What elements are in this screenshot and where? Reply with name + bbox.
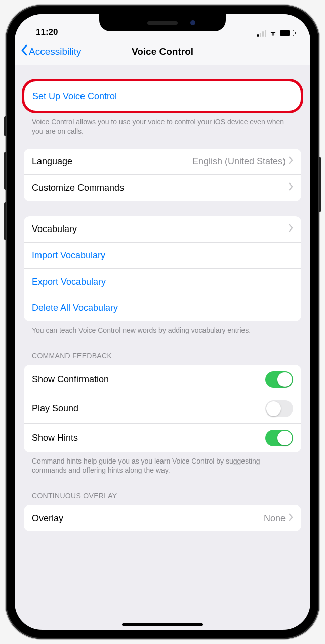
command-feedback-header: Command Feedback [15,340,310,365]
mute-switch [4,116,6,136]
import-vocabulary-label: Import Vocabulary [32,250,105,261]
volume-down-button [4,202,6,240]
language-group: Language English (United States) Customi… [24,149,301,201]
vocabulary-group: Vocabulary Import Vocabulary Export Voca… [24,216,301,321]
status-time: 11:20 [36,27,58,37]
setup-label: Set Up Voice Control [32,91,117,102]
command-feedback-footer: Command hints help guide you as you lear… [15,452,310,481]
settings-content: Set Up Voice Control Voice Control allow… [15,65,310,531]
chevron-left-icon [21,44,28,58]
overlay-label: Overlay [32,513,63,524]
overlay-row[interactable]: Overlay None [24,505,301,531]
chevron-right-icon [289,224,293,235]
show-hints-toggle[interactable] [265,430,293,446]
screen: 11:20 Accessibility Voice Control [15,14,310,630]
continuous-overlay-header: Continuous Overlay [15,480,310,505]
customize-commands-row[interactable]: Customize Commands [24,175,301,201]
back-button[interactable]: Accessibility [21,44,81,58]
front-camera [190,20,195,25]
language-label: Language [32,156,72,167]
set-up-voice-control-row[interactable]: Set Up Voice Control [24,83,301,109]
command-feedback-group: Show Confirmation Play Sound Show Hints [24,365,301,452]
import-vocabulary-row[interactable]: Import Vocabulary [24,243,301,269]
setup-footer: Voice Control allows you to use your voi… [15,113,310,142]
language-row[interactable]: Language English (United States) [24,149,301,175]
show-confirmation-label: Show Confirmation [32,374,109,385]
chevron-right-icon [289,182,293,193]
battery-icon [280,30,294,36]
export-vocabulary-label: Export Vocabulary [32,277,106,287]
continuous-overlay-group: Overlay None [24,505,301,531]
show-confirmation-toggle[interactable] [265,371,293,388]
page-title: Voice Control [132,46,193,57]
vocabulary-footer: You can teach Voice Control new words by… [15,321,310,340]
play-sound-toggle[interactable] [265,400,293,417]
delete-all-vocabulary-row[interactable]: Delete All Vocabulary [24,295,301,321]
status-right [257,29,295,37]
show-hints-label: Show Hints [32,433,78,443]
show-hints-row: Show Hints [24,424,301,452]
setup-group: Set Up Voice Control [22,79,303,113]
chevron-right-icon [289,156,293,167]
volume-up-button [4,152,6,190]
side-button [319,157,321,212]
export-vocabulary-row[interactable]: Export Vocabulary [24,269,301,295]
customize-commands-label: Customize Commands [32,182,124,193]
chevron-right-icon [289,513,293,524]
show-confirmation-row: Show Confirmation [24,365,301,394]
speaker-grille [147,21,178,25]
cellular-signal-icon [257,30,267,37]
language-value: English (United States) [192,156,286,167]
vocabulary-label: Vocabulary [32,224,77,235]
phone-frame: 11:20 Accessibility Voice Control [6,5,319,639]
home-indicator[interactable] [122,623,203,626]
navigation-bar: Accessibility Voice Control [15,38,310,65]
delete-all-vocabulary-label: Delete All Vocabulary [32,303,118,313]
notch [99,14,226,31]
wifi-icon [269,29,277,37]
play-sound-row: Play Sound [24,394,301,424]
play-sound-label: Play Sound [32,403,78,414]
vocabulary-row[interactable]: Vocabulary [24,216,301,243]
overlay-value: None [264,513,286,524]
back-label: Accessibility [29,46,81,57]
